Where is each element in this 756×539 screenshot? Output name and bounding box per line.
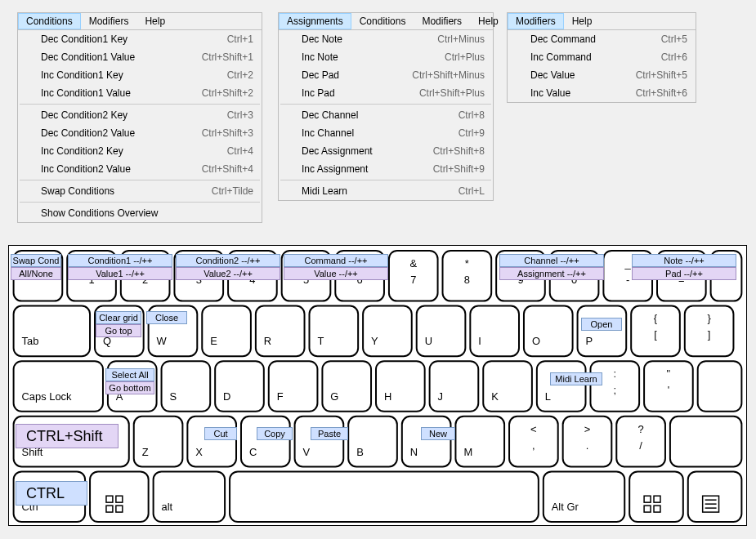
keyboard-key [187, 416, 236, 467]
menu-item-shortcut: Ctrl+L [459, 185, 485, 197]
menu-item[interactable]: Dec Condition2 ValueCtrl+Shift+3 [18, 124, 262, 142]
menu-item-shortcut: Ctrl+Shift+1 [202, 51, 253, 63]
menu-item-label: Dec Pad [302, 69, 391, 81]
menu-item[interactable]: Dec ValueCtrl+Shift+5 [508, 66, 696, 84]
overlay-channel: Channel --/++ [499, 254, 604, 267]
menu-item[interactable]: Inc ValueCtrl+Shift+6 [508, 84, 696, 102]
key-label: alt [162, 501, 173, 513]
menu-item[interactable]: Midi LearnCtrl+L [279, 182, 493, 200]
overlay-all-none: All/None [11, 267, 61, 280]
menubar-item-modifiers[interactable]: Modifiers [81, 13, 137, 29]
overlay-condition2: Condition2 --/++ [176, 254, 280, 267]
menu-item-label: Inc Pad [302, 87, 391, 99]
keyboard-key [134, 416, 183, 467]
menu-item-shortcut: Ctrl+Shift+6 [636, 87, 687, 99]
key-label: L [545, 390, 551, 403]
key-label: S [169, 390, 177, 403]
menu-item-shortcut: Ctrl+Shift+9 [433, 163, 485, 175]
key-label: B [356, 446, 364, 458]
menu-item[interactable]: Inc Condition1 ValueCtrl+Shift+2 [18, 84, 262, 102]
menubar-item-help[interactable]: Help [564, 13, 601, 29]
menu-item[interactable]: Inc Condition2 ValueCtrl+Shift+4 [18, 160, 262, 178]
modifiers-menu-window: Modifiers Help Dec CommandCtrl+5Inc Comm… [507, 12, 696, 103]
keyboard-key [363, 306, 412, 357]
menu-item-shortcut: Ctrl+Shift+8 [433, 145, 485, 157]
menu-separator [20, 180, 260, 180]
menubar-item-help[interactable]: Help [136, 13, 173, 29]
keyboard-key [670, 416, 741, 467]
key-label: Z [142, 446, 149, 458]
key-label: 8 [464, 274, 470, 286]
menu-item[interactable]: Inc PadCtrl+Shift+Plus [279, 84, 493, 102]
menu-item[interactable]: Inc ChannelCtrl+9 [279, 124, 493, 142]
menu-item-shortcut: Ctrl+Shift+5 [636, 69, 687, 81]
menu-item[interactable]: Inc CommandCtrl+6 [508, 48, 696, 66]
key-label: ? [638, 423, 644, 435]
menu-item[interactable]: Dec CommandCtrl+5 [508, 30, 696, 48]
menu-item[interactable]: Inc Condition1 KeyCtrl+2 [18, 66, 262, 84]
menubar-item-conditions[interactable]: Conditions [351, 13, 414, 29]
menu-item[interactable]: Inc NoteCtrl+Plus [279, 48, 493, 66]
overlay-copy: Copy [257, 427, 293, 440]
keyboard-key [688, 471, 742, 522]
menu-item-shortcut: Ctrl+Shift+2 [202, 87, 253, 99]
overlay-note: Note --/++ [632, 254, 736, 267]
menubar-item-modifiers[interactable]: Modifiers [508, 13, 564, 29]
key-label: Tab [22, 335, 39, 347]
menu-item-label: Inc Condition2 Value [41, 163, 163, 175]
key-label: / [639, 439, 642, 452]
key-label: V [303, 446, 311, 458]
menu-item[interactable]: Dec NoteCtrl+Minus [279, 30, 493, 48]
menubar-item-help[interactable]: Help [470, 13, 507, 29]
keyboard-key [295, 416, 344, 467]
menu-item-shortcut: Ctrl+1 [227, 33, 253, 45]
menu-item[interactable]: Dec Condition2 KeyCtrl+3 [18, 106, 262, 124]
menu-item[interactable]: Inc Condition2 KeyCtrl+4 [18, 142, 262, 160]
menu-separator [280, 104, 491, 105]
menu-item-label: Inc Note [302, 51, 391, 63]
menu-item-label: Inc Assignment [302, 163, 391, 175]
menu-item[interactable]: Dec AssignmentCtrl+Shift+8 [279, 142, 493, 160]
menu-item[interactable]: Inc AssignmentCtrl+Shift+9 [279, 160, 493, 178]
overlay-condition1: Condition1 --/++ [68, 254, 172, 267]
menu-item[interactable]: Dec Condition1 KeyCtrl+1 [18, 30, 262, 48]
keyboard-key [698, 361, 742, 412]
menu-separator [280, 180, 491, 180]
key-label: X [195, 446, 203, 458]
menu-item[interactable]: Dec ChannelCtrl+8 [279, 106, 493, 124]
menu-item-shortcut: Ctrl+Shift+Minus [412, 69, 485, 81]
menu-item-label: Inc Condition1 Value [41, 87, 163, 99]
menubar-item-conditions[interactable]: Conditions [18, 13, 81, 29]
keyboard-key [269, 361, 318, 412]
key-label: D [223, 390, 230, 403]
overlay-pad: Pad --/++ [632, 267, 736, 280]
conditions-menubar: Conditions Modifiers Help [18, 13, 262, 30]
overlay-value2: Value2 --/++ [176, 267, 280, 280]
overlay-midi-learn: Midi Learn [550, 372, 602, 385]
key-label: Y [371, 335, 378, 347]
menubar-item-modifiers[interactable]: Modifiers [414, 13, 470, 29]
assignments-menu-window: Assignments Conditions Modifiers Help De… [278, 12, 494, 201]
menu-item[interactable]: Dec Condition1 ValueCtrl+Shift+1 [18, 48, 262, 66]
menu-item[interactable]: Swap ConditionsCtrl+Tilde [18, 182, 262, 200]
assignments-dropdown: Dec NoteCtrl+MinusInc NoteCtrl+PlusDec P… [279, 30, 493, 200]
key-label: 7 [410, 274, 416, 286]
keyboard-key [230, 471, 539, 522]
menu-item[interactable]: Dec PadCtrl+Shift+Minus [279, 66, 493, 84]
keyboard-key [524, 306, 573, 357]
menu-separator [20, 202, 260, 203]
keyboard-key [455, 416, 504, 467]
menu-item-shortcut: Ctrl+Shift+3 [202, 127, 253, 139]
assignments-menubar: Assignments Conditions Modifiers Help [279, 13, 493, 30]
menubar-item-assignments[interactable]: Assignments [279, 13, 351, 29]
menu-item-shortcut: Ctrl+6 [661, 51, 687, 63]
menu-item-shortcut: Ctrl+Tilde [212, 185, 253, 197]
overlay-command: Command --/++ [284, 254, 388, 267]
menu-item[interactable]: Show Conditions Overview [18, 204, 262, 222]
menu-separator [20, 104, 260, 105]
keyboard-key [256, 306, 305, 357]
key-label: - [626, 274, 629, 286]
key-label: [ [654, 328, 657, 341]
keyboard-key [14, 306, 90, 357]
key-label: F [277, 390, 284, 403]
